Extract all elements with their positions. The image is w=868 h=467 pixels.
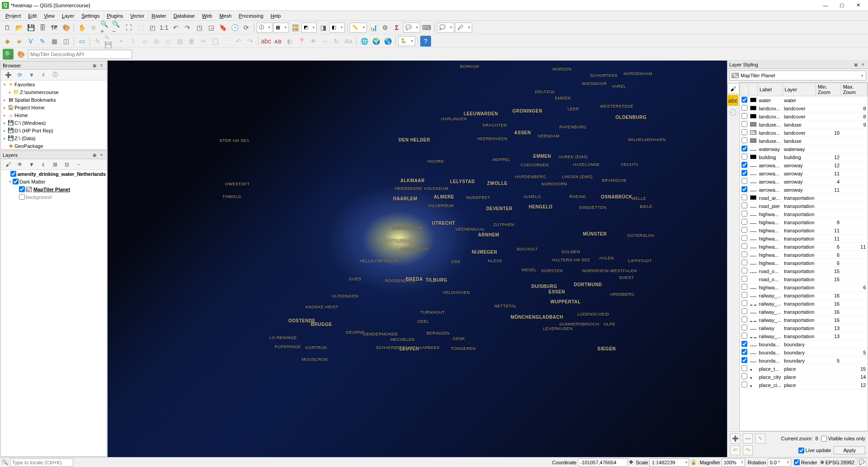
annotation-combo[interactable]: 💭 <box>437 23 454 33</box>
rule-visibility-check[interactable] <box>741 300 747 306</box>
style-rule-row[interactable]: place_t...place15 <box>740 365 868 373</box>
undock-icon[interactable]: ▣ <box>91 62 98 69</box>
apply-button[interactable]: Apply <box>834 446 865 454</box>
style-rule-row[interactable]: bounda...boundary5 <box>740 357 868 365</box>
browser-item[interactable]: ▾★Favorites <box>1 80 107 88</box>
sigma-button[interactable]: Σ <box>391 22 402 33</box>
style-rule-row[interactable]: landcov...landcover10 <box>740 129 868 137</box>
visibility-icon[interactable]: 👁 <box>14 159 25 170</box>
select-all-button[interactable]: ◨ <box>318 22 328 33</box>
help-button[interactable]: ? <box>420 36 431 47</box>
rule-visibility-check[interactable] <box>741 259 747 265</box>
bookmarks-button[interactable]: 🔖 <box>217 22 228 33</box>
collapse-all-icon[interactable]: ⊟ <box>61 159 72 170</box>
identify-combo[interactable]: ⓘ <box>257 23 272 33</box>
map-canvas[interactable]: BORKUMNORDENSCHORTENSNORDENHAMWIESMOORVA… <box>108 61 727 457</box>
style-rule-row[interactable]: road_piertransportation <box>740 202 868 210</box>
style-rule-row[interactable]: railway_...transportation16 <box>740 316 868 324</box>
filter-icon[interactable]: ▼ <box>26 70 37 80</box>
style-rule-row[interactable]: highwa...transportation6 <box>740 251 868 259</box>
style-rule-row[interactable]: railway_...transportation16 <box>740 300 868 308</box>
undock-icon[interactable]: ▣ <box>853 61 859 68</box>
rule-visibility-check[interactable] <box>741 308 747 314</box>
rule-visibility-check[interactable] <box>741 154 747 160</box>
render-check[interactable]: Render <box>794 459 817 465</box>
edit-pencil-button[interactable]: ✎ <box>37 36 48 47</box>
browser-item[interactable]: ▸💾Z:\ (Data) <box>1 134 107 142</box>
undo-style-button[interactable]: ↶ <box>730 445 740 455</box>
rule-visibility-check[interactable] <box>741 268 747 274</box>
stats-button[interactable]: 📊 <box>368 22 379 33</box>
close-icon[interactable]: ✕ <box>99 62 105 69</box>
current-edits-button[interactable]: ▭ <box>76 36 87 47</box>
new-map-view-button[interactable]: ◳ <box>194 22 205 33</box>
style-rule-row[interactable]: waterwaywaterway <box>740 145 868 153</box>
geocoder-search-button[interactable]: 🔍 <box>3 49 14 60</box>
field-calc-button[interactable]: 🧮 <box>290 22 300 33</box>
layer-item[interactable]: MapTiler Planet <box>1 185 107 193</box>
rule-visibility-check[interactable] <box>741 121 747 127</box>
label-tool2-button[interactable]: ᴀʙ <box>272 36 283 47</box>
style-rule-row[interactable]: bounda...boundary5 <box>740 349 868 357</box>
style-rule-row[interactable]: highwa...transportation <box>740 210 868 218</box>
temporal-button[interactable]: 🕒 <box>229 22 240 33</box>
save-project-button[interactable]: 💾 <box>25 22 36 33</box>
rule-visibility-check[interactable] <box>741 162 747 168</box>
geocoder-config-button[interactable]: 🎨 <box>15 49 26 60</box>
new-3d-view-button[interactable]: ◲ <box>206 22 216 33</box>
symbology-tab[interactable]: 🖌 <box>727 83 738 94</box>
messages-button[interactable]: 💬 <box>857 458 866 467</box>
geocoder-input[interactable] <box>28 50 132 59</box>
style-rule-row[interactable]: road_ar...transportation <box>740 194 868 202</box>
visible-rules-check[interactable]: Visible rules only <box>821 436 865 442</box>
menu-vector[interactable]: Vector <box>127 12 148 19</box>
rule-visibility-check[interactable] <box>741 97 747 103</box>
locator-input[interactable] <box>10 458 73 467</box>
style-rule-row[interactable]: place_cityplace14 <box>740 373 868 381</box>
style-rule-row[interactable]: landcov...landcover8 <box>740 113 868 121</box>
layer-select-combo[interactable]: MapTiler Planet <box>729 71 866 80</box>
rule-visibility-check[interactable] <box>741 235 747 241</box>
layers-panel-header[interactable]: Layers ▣ ✕ <box>1 151 107 159</box>
rule-visibility-check[interactable] <box>741 170 747 176</box>
rule-visibility-check[interactable] <box>741 211 747 217</box>
keyboard-button[interactable]: ⌨ <box>421 22 432 33</box>
layer-item[interactable]: amenity_drinking_water_Netherlands <box>1 170 107 178</box>
style-rule-row[interactable]: railway_...transportation13 <box>740 332 868 340</box>
filter-legend-icon[interactable]: ▼ <box>26 159 37 170</box>
coordinate-input[interactable] <box>578 458 628 467</box>
refresh-icon[interactable]: ⟳ <box>14 70 25 80</box>
remove-rule-button[interactable]: — <box>743 434 753 443</box>
style-rule-row[interactable]: road_o...transportation15 <box>740 275 868 283</box>
browser-item[interactable]: ▸📁Z:\summercourse <box>1 88 107 96</box>
menu-project[interactable]: Project <box>2 12 24 19</box>
remove-layer-icon[interactable]: − <box>73 159 84 170</box>
rule-visibility-check[interactable] <box>741 243 747 249</box>
scale-combo[interactable]: 1:1482239 <box>649 458 689 467</box>
column-header[interactable]: Min. Zoom <box>816 83 841 96</box>
layers-tree[interactable]: amenity_drinking_water_Netherlands▾Dark … <box>1 170 107 456</box>
extents-icon[interactable]: ✥ <box>629 459 633 465</box>
rule-visibility-check[interactable] <box>741 325 747 330</box>
rule-visibility-check[interactable] <box>741 284 747 290</box>
minimize-button[interactable]: ― <box>817 1 834 10</box>
rule-visibility-check[interactable] <box>741 349 747 355</box>
rule-visibility-check[interactable] <box>741 219 747 225</box>
rule-visibility-check[interactable] <box>741 341 747 347</box>
menu-plugins[interactable]: Plugins <box>103 12 127 19</box>
properties-icon[interactable]: ⓘ <box>50 70 61 80</box>
menu-edit[interactable]: Edit <box>24 12 40 19</box>
rule-visibility-check[interactable] <box>741 186 747 192</box>
layer-item[interactable]: background <box>1 193 107 201</box>
rule-visibility-check[interactable] <box>741 316 747 322</box>
style-rule-row[interactable]: railwaytransportation13 <box>740 324 868 332</box>
toolbox-button[interactable]: ⚙ <box>380 22 390 33</box>
maximize-button[interactable]: ▢ <box>834 1 850 10</box>
layer-visibility-check[interactable] <box>13 179 19 184</box>
digitize-layer-button[interactable]: ◆ <box>2 36 13 47</box>
close-button[interactable]: ✕ <box>850 1 866 10</box>
style-rule-row[interactable]: road_o...transportation15 <box>740 267 868 275</box>
browser-tree[interactable]: ▾★Favorites▸📁Z:\summercourse▸▤Spatial Bo… <box>1 80 107 149</box>
menu-help[interactable]: Help <box>267 12 285 19</box>
zoom-in-button[interactable]: 🔍+ <box>100 22 111 33</box>
